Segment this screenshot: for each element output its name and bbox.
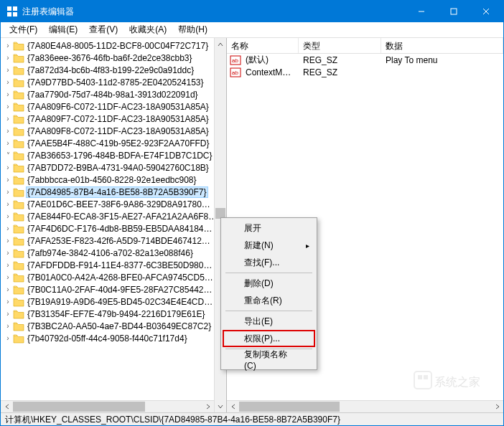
tree-node-label: {7B3BC2A0-AA50-4ae7-BD44-B03649EC87C2} xyxy=(27,321,226,331)
expand-collapse-icon[interactable]: › xyxy=(4,115,12,123)
list-scrollbar-horizontal[interactable] xyxy=(227,400,503,412)
folder-icon xyxy=(13,333,24,344)
cm-export[interactable]: 导出(E) xyxy=(223,313,315,330)
tree-node[interactable]: ˅ {7AB36653-1796-484B-BDFA-E74F1DB7C1DC} xyxy=(1,149,226,161)
cm-find[interactable]: 查找(F)... xyxy=(223,254,315,271)
minimize-button[interactable] xyxy=(405,1,437,22)
expand-collapse-icon[interactable]: › xyxy=(4,212,12,221)
tree-node[interactable]: › {7b40792d-05ff-44c4-9058-f440c71f17d4} xyxy=(1,332,226,344)
expand-collapse-icon[interactable]: ˅ xyxy=(4,151,12,160)
scroll-right-button[interactable] xyxy=(202,401,214,412)
scroll-down-button[interactable] xyxy=(215,400,226,412)
menu-view[interactable]: 查看(V) xyxy=(83,22,123,37)
cm-copy-key-name[interactable]: 复制项名称(C) xyxy=(223,351,315,368)
folder-icon xyxy=(13,212,24,222)
folder-icon xyxy=(13,90,24,100)
tree-node[interactable]: › {7B0C11A0-2FAF-40d4-9FE5-28FA27C85442… xyxy=(1,283,226,295)
cm-delete[interactable]: 删除(D) xyxy=(223,275,315,292)
tree-node[interactable]: › {7B01A0C0-A42A-4268-BFE0-AFCA9745CD5… xyxy=(1,271,226,283)
expand-collapse-icon[interactable]: › xyxy=(4,54,12,62)
scroll-up-button[interactable] xyxy=(215,38,226,50)
cm-rename[interactable]: 重命名(R) xyxy=(223,292,315,309)
scroll-thumb-h[interactable] xyxy=(13,402,145,412)
tree-node[interactable]: › {7B19A919-A9D6-49E5-BD45-02C34E4E4CD… xyxy=(1,295,226,308)
tree-node-label: {7AE01D6C-BEE7-38F6-9A86-329D8A91780… xyxy=(27,199,226,209)
menu-help[interactable]: 帮助(H) xyxy=(172,22,213,37)
expand-collapse-icon[interactable]: › xyxy=(4,249,12,257)
expand-collapse-icon[interactable]: › xyxy=(4,224,12,233)
tree-node[interactable]: › {7AE844F0-ECA8-3F15-AE27-AFA21A2AA6F8… xyxy=(1,210,226,222)
tree-node-label: {7B0C11A0-2FAF-40d4-9FE5-28FA27C85442… xyxy=(27,285,226,295)
tree-node[interactable]: › {7AF4D6DC-F176-4db8-BB59-EB5DAA84184… xyxy=(1,222,226,235)
folder-icon xyxy=(13,114,24,124)
menu-file[interactable]: 文件(F) xyxy=(4,22,43,37)
tree-node[interactable]: › {7AA809F6-C072-11DF-AC23-18A90531A85A} xyxy=(1,100,226,113)
cm-permissions[interactable]: 权限(P)... xyxy=(223,330,315,347)
tree-node[interactable]: › {7AAE5B4F-488C-419b-95E2-923F2AA70FFD} xyxy=(1,137,226,149)
tree-node[interactable]: › {7B31354F-EF7E-479b-9494-2216D179E61E} xyxy=(1,308,226,320)
menu-favorites[interactable]: 收藏夹(A) xyxy=(123,22,172,37)
tree-node[interactable]: › {7abbbcca-e01b-4560-8228-92e1eedbc908} xyxy=(1,174,226,186)
tree-node[interactable]: › {7B3BC2A0-AA50-4ae7-BD44-B03649EC87C2} xyxy=(1,320,226,332)
tree-node[interactable]: › {7AE01D6C-BEE7-38F6-9A86-329D8A91780… xyxy=(1,198,226,210)
expand-collapse-icon[interactable]: › xyxy=(4,42,12,50)
tree-node[interactable]: › {7a836eee-3676-46fb-ba6f-2de2ce38cbb3} xyxy=(1,52,226,64)
expand-collapse-icon[interactable]: › xyxy=(4,334,12,343)
expand-collapse-icon[interactable]: › xyxy=(4,127,12,136)
tree-node[interactable]: › {7AD84985-87B4-4a16-BE58-8B72A5B390F7} xyxy=(1,186,226,198)
col-name[interactable]: 名称 xyxy=(227,38,299,53)
app-icon xyxy=(6,6,18,17)
tree-node[interactable]: › {7A9D77BD-5403-11d2-8785-2E0420524153} xyxy=(1,76,226,88)
expand-collapse-icon[interactable]: › xyxy=(4,298,12,306)
cm-separator xyxy=(225,311,312,311)
folder-icon xyxy=(13,163,24,173)
window-title: 注册表编辑器 xyxy=(22,6,405,18)
list-row[interactable]: ab (默认)REG_SZPlay To menu xyxy=(227,54,503,66)
cm-new[interactable]: 新建(N)▸ xyxy=(223,237,315,254)
expand-collapse-icon[interactable]: › xyxy=(4,78,12,87)
scroll-right-button[interactable] xyxy=(491,401,503,412)
expand-collapse-icon[interactable]: › xyxy=(4,176,12,184)
expand-collapse-icon[interactable]: › xyxy=(4,66,12,75)
expand-collapse-icon[interactable]: › xyxy=(4,273,12,282)
scroll-thumb-h[interactable] xyxy=(239,402,340,412)
tree-node[interactable]: › {7AB7DD72-B9BA-4731-94A0-59042760C18B} xyxy=(1,161,226,174)
scroll-left-button[interactable] xyxy=(227,401,239,412)
tree-scrollbar-horizontal[interactable] xyxy=(1,400,214,412)
submenu-arrow-icon: ▸ xyxy=(306,242,309,250)
expand-collapse-icon[interactable]: › xyxy=(4,310,12,318)
list-row[interactable]: ab ContextMenu...REG_SZ xyxy=(227,66,503,78)
tree-node[interactable]: › {7AA809F7-C072-11DF-AC23-18A90531A85A} xyxy=(1,113,226,125)
tree-node[interactable]: › {7aa7790d-75d7-484b-98a1-3913d022091d} xyxy=(1,88,226,100)
tree-node[interactable]: › {7a872d34-bc6b-4f83-b199-22e9c0a91ddc} xyxy=(1,64,226,76)
folder-icon xyxy=(13,65,24,75)
scroll-left-button[interactable] xyxy=(1,401,13,412)
expand-collapse-icon[interactable]: › xyxy=(4,200,12,209)
expand-collapse-icon[interactable]: › xyxy=(4,139,12,148)
expand-collapse-icon[interactable]: › xyxy=(4,261,12,270)
expand-collapse-icon[interactable]: › xyxy=(4,103,12,111)
col-type[interactable]: 类型 xyxy=(299,38,381,53)
tree-node[interactable]: › {7A80E4A8-8005-11D2-BCF8-00C04F72C717} xyxy=(1,39,226,52)
col-data[interactable]: 数据 xyxy=(381,38,503,53)
tree-node[interactable]: › {7AA809F8-C072-11DF-AC23-18A90531A85A} xyxy=(1,125,226,137)
expand-collapse-icon[interactable]: › xyxy=(4,164,12,172)
svg-rect-1 xyxy=(13,6,17,11)
tree-node[interactable]: › {7AFA253E-F823-42f6-A5D9-714BDE467412… xyxy=(1,235,226,247)
tree-node-label: {7A80E4A8-8005-11D2-BCF8-00C04F72C717} xyxy=(27,41,226,51)
menu-edit[interactable]: 编辑(E) xyxy=(43,22,83,37)
folder-icon xyxy=(13,175,24,185)
tree-node[interactable]: › {7afb974e-3842-4106-a702-82a13e088f46} xyxy=(1,247,226,259)
tree-node[interactable]: › {7AFDFDDB-F914-11E4-8377-6C3BE50D980… xyxy=(1,259,226,271)
expand-collapse-icon[interactable]: › xyxy=(4,90,12,99)
tree-pane[interactable]: › {7A80E4A8-8005-11D2-BCF8-00C04F72C717}… xyxy=(1,38,227,412)
expand-collapse-icon[interactable]: › xyxy=(4,237,12,245)
expand-collapse-icon[interactable]: › xyxy=(4,188,12,197)
folder-icon xyxy=(13,273,24,283)
cm-expand[interactable]: 展开 xyxy=(223,219,315,237)
maximize-button[interactable] xyxy=(437,1,470,22)
tree-node-label: {7B19A919-A9D6-49E5-BD45-02C34E4E4CD… xyxy=(27,297,226,307)
close-button[interactable] xyxy=(470,1,502,22)
expand-collapse-icon[interactable]: › xyxy=(4,322,12,331)
expand-collapse-icon[interactable]: › xyxy=(4,285,12,294)
